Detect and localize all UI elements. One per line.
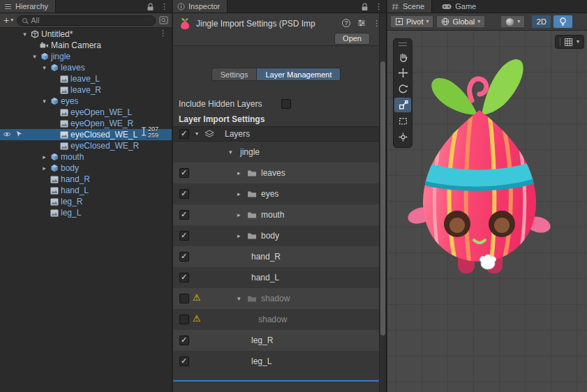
layer-checkbox[interactable]: [179, 356, 189, 366]
help-icon[interactable]: ?: [342, 19, 350, 27]
inspector-tab[interactable]: Inspector: [173, 0, 228, 13]
layer-row-hand_R[interactable]: hand_R: [173, 246, 379, 267]
hierarchy-item-hand_L[interactable]: hand_L: [0, 185, 172, 196]
hand-cursor: [480, 255, 496, 269]
prefab-icon: [49, 63, 59, 73]
hierarchy-item-main-camera[interactable]: Main Camera: [0, 40, 172, 51]
hierarchy-item-untitled[interactable]: ▾ Untitled* ⋮: [0, 29, 172, 40]
layer-row-leg_L[interactable]: leg_L: [173, 351, 379, 372]
layer-row-mouth[interactable]: ▸ mouth: [173, 204, 379, 225]
presets-icon[interactable]: [357, 19, 366, 27]
item-label: leave_L: [70, 74, 100, 84]
layer-checkbox[interactable]: [179, 168, 189, 178]
scene-panel: Scene Game Pivot ▾ Global ▾ ▾ 2D: [387, 0, 587, 392]
foldout-expanded-icon[interactable]: ▾: [229, 149, 232, 156]
foldout-expanded-icon[interactable]: ▾: [40, 64, 49, 71]
foldout-collapsed-icon[interactable]: ▸: [40, 153, 49, 160]
hierarchy-item-hand_R[interactable]: hand_R: [0, 174, 172, 185]
select-all-checkbox[interactable]: [179, 129, 189, 139]
layer-label: leaves: [261, 168, 285, 178]
visibility-eye-icon[interactable]: [3, 131, 11, 137]
foldout-collapsed-icon[interactable]: ▸: [237, 169, 241, 176]
scrollbar-thumb[interactable]: [380, 61, 385, 336]
create-button[interactable]: +▾: [3, 15, 13, 25]
sprite-icon: [49, 197, 59, 206]
layer-label: mouth: [261, 210, 284, 220]
layer-row-jingle[interactable]: ▾ jingle: [173, 142, 379, 163]
foldout-expanded-icon[interactable]: ▾: [237, 295, 241, 302]
hierarchy-item-mouth[interactable]: ▸ mouth: [0, 151, 172, 163]
layer-checkbox[interactable]: [179, 252, 189, 262]
importer-mode-tabs: Settings Layer Management: [173, 68, 379, 81]
hierarchy-item-body[interactable]: ▸ body: [0, 163, 172, 174]
hierarchy-item-jingle[interactable]: ▾ jingle: [0, 51, 172, 62]
rotate-tool[interactable]: [394, 82, 411, 96]
search-filter-icon[interactable]: [159, 16, 168, 24]
layer-row-shadow[interactable]: ⚠ ▾ shadow: [173, 288, 379, 309]
more-menu-icon[interactable]: ⋮: [375, 3, 382, 10]
lock-icon[interactable]: [147, 3, 154, 11]
hierarchy-tab[interactable]: Hierarchy: [0, 0, 56, 13]
rect-tool[interactable]: [394, 114, 411, 128]
grid-visibility-overlay[interactable]: ▾: [555, 35, 584, 49]
scene-viewport[interactable]: ▾: [387, 31, 587, 392]
jingle-character-sprite[interactable]: [398, 50, 562, 284]
scale-tool[interactable]: [394, 98, 411, 112]
layer-checkbox[interactable]: [179, 294, 189, 303]
foldout-expanded-icon[interactable]: ▾: [30, 53, 39, 60]
inspector-scrollbar[interactable]: [379, 13, 386, 392]
layer-row-shadow-child[interactable]: ⚠ shadow: [173, 309, 379, 330]
preview-splitter[interactable]: [173, 380, 379, 382]
foldout-expanded-icon[interactable]: ▾: [20, 31, 29, 38]
hierarchy-item-leave_L[interactable]: leave_L: [0, 73, 172, 84]
scene-tabbar: Scene Game: [387, 0, 587, 13]
hierarchy-item-eyeClosed_WE_R[interactable]: eyeClosed_WE_R: [0, 140, 172, 151]
view-hand-tool[interactable]: [394, 50, 411, 64]
foldout-expanded-icon[interactable]: ▾: [40, 98, 49, 105]
shading-mode-dropdown[interactable]: ▾: [500, 15, 525, 28]
transform-tool[interactable]: [394, 130, 411, 144]
global-dropdown[interactable]: Global ▾: [436, 15, 485, 28]
layer-checkbox[interactable]: [179, 336, 189, 345]
layer-row-hand_L[interactable]: hand_L: [173, 267, 379, 288]
hierarchy-item-eyes[interactable]: ▾ eyes: [0, 96, 172, 107]
hierarchy-item-leg_R[interactable]: leg_R: [0, 196, 172, 207]
layer-row-body[interactable]: ▸ body: [173, 225, 379, 246]
search-input[interactable]: All: [17, 15, 156, 26]
scene-lighting-toggle[interactable]: [553, 15, 572, 28]
layer-checkbox[interactable]: [179, 231, 189, 241]
lock-icon[interactable]: [361, 3, 369, 11]
include-hidden-layers-checkbox[interactable]: [281, 99, 291, 109]
search-icon: [22, 18, 27, 23]
tab-settings[interactable]: Settings: [211, 68, 257, 81]
chevron-down-icon[interactable]: ▾: [193, 131, 201, 137]
folder-icon: [247, 169, 257, 177]
hierarchy-item-leaves[interactable]: ▾ leaves: [0, 62, 172, 73]
game-tab[interactable]: Game: [438, 0, 483, 13]
layer-row-leaves[interactable]: ▸ leaves: [173, 163, 379, 183]
layer-checkbox[interactable]: [179, 189, 189, 199]
scene-tab[interactable]: Scene: [387, 0, 432, 13]
layer-checkbox[interactable]: [179, 315, 189, 324]
inspector-tabbar: Inspector ⋮: [173, 0, 386, 13]
move-tool[interactable]: [394, 66, 411, 80]
open-button[interactable]: Open: [334, 33, 370, 45]
foldout-collapsed-icon[interactable]: ▸: [237, 232, 241, 239]
layer-row-eyes[interactable]: ▸ eyes: [173, 183, 379, 204]
more-menu-icon[interactable]: ⋮: [161, 3, 168, 10]
mode-2d-toggle[interactable]: 2D: [532, 15, 551, 28]
tab-layer-management[interactable]: Layer Management: [256, 68, 341, 81]
foldout-collapsed-icon[interactable]: ▸: [237, 211, 241, 218]
hierarchy-item-leg_L[interactable]: leg_L: [0, 207, 172, 218]
pickability-icon[interactable]: [16, 130, 22, 137]
foldout-collapsed-icon[interactable]: ▸: [40, 165, 49, 172]
hierarchy-item-eyeOpen_WE_L[interactable]: eyeOpen_WE_L: [0, 107, 172, 118]
pivot-dropdown[interactable]: Pivot ▾: [390, 15, 433, 28]
foldout-collapsed-icon[interactable]: ▸: [237, 190, 241, 197]
more-menu-icon[interactable]: ⋮: [159, 29, 167, 37]
hierarchy-item-leave_R[interactable]: leave_R: [0, 84, 172, 96]
layer-checkbox[interactable]: [179, 273, 189, 282]
layer-row-leg_R[interactable]: leg_R: [173, 330, 379, 351]
overlay-drag-handle[interactable]: [399, 43, 407, 46]
layer-checkbox[interactable]: [179, 210, 189, 220]
